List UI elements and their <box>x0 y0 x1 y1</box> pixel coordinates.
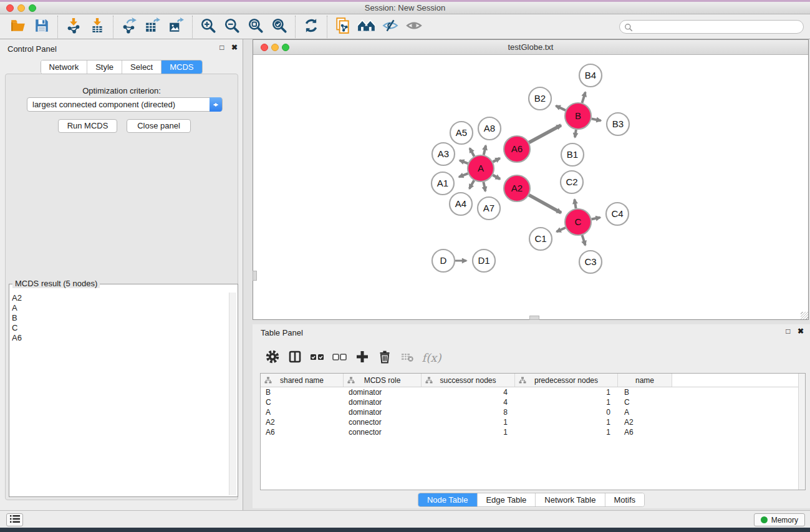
deselect-all-button[interactable] <box>329 347 351 367</box>
show-task-history-button[interactable] <box>6 513 23 526</box>
table-row[interactable]: A2 connector 1 1 A2 <box>261 417 805 427</box>
zoom-out-button[interactable] <box>220 16 244 37</box>
table-settings-button[interactable] <box>261 347 284 367</box>
show-columns-button[interactable] <box>284 347 306 367</box>
graph-edge-B-B3[interactable] <box>592 118 601 120</box>
graph-edge-C-C2[interactable] <box>574 200 576 209</box>
table-row[interactable]: A6 connector 1 1 A6 <box>261 427 805 437</box>
cell-successor-nodes[interactable]: 4 <box>422 388 515 397</box>
network-from-selection-button[interactable] <box>331 16 355 37</box>
cell-successor-nodes[interactable]: 1 <box>422 418 515 427</box>
cell-predecessor-nodes[interactable]: 1 <box>515 418 618 427</box>
window-resize-grip[interactable] <box>801 312 808 319</box>
cell-predecessor-nodes[interactable]: 0 <box>515 408 618 417</box>
table-scrollbar[interactable] <box>798 374 805 490</box>
horizontal-scroll-nub[interactable] <box>529 316 539 320</box>
tab-node-table[interactable]: Node Table <box>418 493 478 506</box>
open-file-button[interactable] <box>6 16 30 37</box>
select-all-button[interactable] <box>306 347 329 367</box>
delete-table-button[interactable] <box>396 347 418 367</box>
graph-edge-C-C3[interactable] <box>582 235 586 245</box>
graph-edge-B-B1[interactable] <box>575 130 576 138</box>
cell-name[interactable]: A6 <box>618 428 672 437</box>
cell-name[interactable]: A <box>618 408 672 417</box>
show-selected-button[interactable] <box>402 16 426 37</box>
graph-edge-A-A4[interactable] <box>470 180 475 188</box>
table-row[interactable]: A dominator 8 0 A <box>261 407 805 417</box>
export-table-button[interactable] <box>141 16 165 37</box>
mcds-result-item[interactable]: A6 <box>12 333 228 343</box>
float-panel-icon[interactable]: □ <box>219 43 224 52</box>
graph-edge-A2-C[interactable] <box>529 195 561 213</box>
column-header-name[interactable]: name <box>618 374 672 387</box>
graph-edge-B-B2[interactable] <box>556 106 566 110</box>
delete-column-button[interactable] <box>374 347 396 367</box>
column-header-successor-nodes[interactable]: successor nodes <box>422 374 515 387</box>
import-network-button[interactable] <box>62 16 85 37</box>
column-header-mcds-role[interactable]: MCDS role <box>344 374 422 387</box>
cell-shared-name[interactable]: B <box>261 388 344 397</box>
close-panel-button[interactable]: Close panel <box>127 119 191 133</box>
float-table-panel-icon[interactable]: □ <box>786 327 790 336</box>
cell-shared-name[interactable]: A2 <box>261 418 344 427</box>
graph-edge-A-A8[interactable] <box>484 145 486 155</box>
cell-name[interactable]: A2 <box>618 418 672 427</box>
cell-predecessor-nodes[interactable]: 1 <box>515 398 618 407</box>
tab-style[interactable]: Style <box>87 60 122 74</box>
hide-selected-button[interactable] <box>378 16 402 37</box>
table-row[interactable]: B dominator 4 1 B <box>261 387 805 397</box>
export-network-button[interactable] <box>117 16 141 37</box>
cell-predecessor-nodes[interactable]: 1 <box>515 388 618 397</box>
add-column-button[interactable] <box>351 347 374 367</box>
cell-mcds-role[interactable]: connector <box>344 418 422 427</box>
zoom-fit-button[interactable] <box>244 16 268 37</box>
graph-edge-A-A7[interactable] <box>483 182 485 191</box>
graph-edge-A-A5[interactable] <box>470 148 474 157</box>
zoom-in-button[interactable] <box>196 16 220 37</box>
cell-shared-name[interactable]: C <box>261 398 344 407</box>
graph-edge-A-A2[interactable] <box>493 175 500 179</box>
cell-name[interactable]: C <box>618 398 672 407</box>
cell-shared-name[interactable]: A <box>261 408 344 417</box>
graph-edge-B-B4[interactable] <box>582 92 585 103</box>
criterion-select[interactable]: largest connected component (directed) <box>27 97 223 112</box>
cell-mcds-role[interactable]: dominator <box>344 398 422 407</box>
tab-network-table[interactable]: Network Table <box>536 493 605 506</box>
cell-successor-nodes[interactable]: 1 <box>422 428 515 437</box>
cell-mcds-role[interactable]: dominator <box>344 388 422 397</box>
mcds-result-item[interactable]: A2 <box>12 293 228 303</box>
mcds-result-item[interactable]: B <box>12 313 228 323</box>
cell-mcds-role[interactable]: dominator <box>344 408 422 417</box>
close-panel-icon[interactable]: ✖ <box>231 43 238 52</box>
import-table-button[interactable] <box>85 16 109 37</box>
home-button[interactable] <box>355 16 378 37</box>
graph-edge-C-C4[interactable] <box>592 218 600 220</box>
refresh-view-button[interactable] <box>299 16 323 37</box>
cell-successor-nodes[interactable]: 8 <box>422 408 515 417</box>
graph-edge-C-C1[interactable] <box>557 228 566 231</box>
network-graph[interactable]: B4B2BB3A5A8A6B1A3AC2A1A2A4A7C4CC1C3DD1 <box>253 55 808 319</box>
cell-mcds-role[interactable]: connector <box>344 428 422 437</box>
table-row[interactable]: C dominator 4 1 C <box>261 397 805 407</box>
zoom-selected-button[interactable] <box>268 16 291 37</box>
mcds-result-item[interactable]: C <box>12 323 228 333</box>
tab-motifs[interactable]: Motifs <box>605 493 644 506</box>
memory-button[interactable]: Memory <box>754 513 805 526</box>
tab-mcds[interactable]: MCDS <box>162 60 201 74</box>
column-header-shared-name[interactable]: shared name <box>261 374 344 387</box>
cell-successor-nodes[interactable]: 4 <box>422 398 515 407</box>
search-input[interactable] <box>635 21 799 32</box>
graph-edge-A-A1[interactable] <box>459 173 468 177</box>
vertical-scroll-nub[interactable] <box>253 271 257 281</box>
column-header-predecessor-nodes[interactable]: predecessor nodes <box>515 374 618 387</box>
run-mcds-button[interactable]: Run MCDS <box>58 119 117 133</box>
export-image-button[interactable] <box>165 16 188 37</box>
tab-edge-table[interactable]: Edge Table <box>477 493 536 506</box>
save-session-button[interactable] <box>30 16 54 37</box>
mcds-result-item[interactable]: A <box>12 303 228 313</box>
cell-name[interactable]: B <box>618 388 672 397</box>
tab-select[interactable]: Select <box>122 60 162 74</box>
graph-edge-A-A6[interactable] <box>493 158 499 162</box>
network-canvas[interactable]: B4B2BB3A5A8A6B1A3AC2A1A2A4A7C4CC1C3DD1 <box>253 55 808 319</box>
graph-edge-A-A3[interactable] <box>460 160 468 163</box>
